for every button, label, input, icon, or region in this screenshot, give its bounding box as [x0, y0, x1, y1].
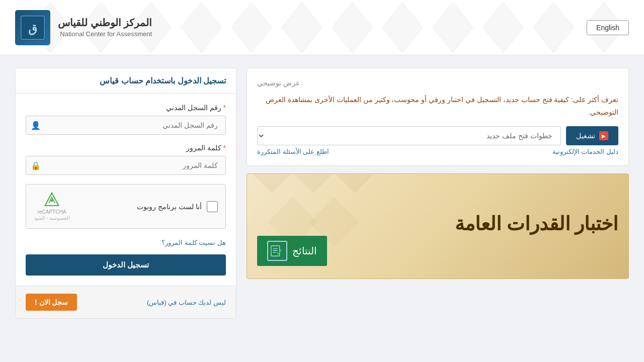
id-field-group: * رقم السجل المدني 👤: [26, 104, 226, 135]
left-panel: عرض توضيحي تعرف أكثر على: كيفية فتح حساب…: [247, 68, 629, 319]
user-icon: 👤: [31, 121, 41, 130]
banner-green-text: النتائج: [292, 245, 317, 257]
banner-arabic-text: اختبار القدرات العامة: [455, 213, 618, 236]
play-button[interactable]: ▶ تشغيل: [566, 126, 618, 145]
svg-marker-9: [483, 3, 523, 53]
banner: اختبار القدرات العامة النتائج: [247, 173, 629, 279]
svg-marker-10: [533, 3, 574, 53]
svg-marker-5: [282, 3, 322, 53]
action-row: ▶ تشغيل خطوات فتح ملف جديد: [257, 126, 618, 145]
login-header: تسجيل الدخول باستخدام حساب قياس: [16, 68, 236, 94]
login-body: * رقم السجل المدني 👤 * كلمة المرور: [16, 94, 236, 286]
logo-section: المركز الوطني للقياس National Center for…: [15, 10, 152, 45]
svg-marker-19: [247, 174, 297, 193]
id-input[interactable]: [26, 116, 226, 135]
faq-link[interactable]: اطلع على الأسئلة المتكررة: [257, 148, 329, 155]
info-box-header: عرض توضيحي: [257, 78, 618, 87]
recaptcha-widget: أنا لست برنامج روبوت reCAPTCHA الخصوصية …: [26, 184, 226, 229]
youtube-icon: ▶: [599, 131, 608, 140]
svg-marker-3: [181, 3, 221, 53]
lock-icon: 🔒: [31, 161, 41, 170]
logo-arabic-name: المركز الوطني للقياس: [58, 16, 152, 30]
recaptcha-links-text: الخصوصية - الشود: [34, 216, 70, 221]
password-required: *: [223, 144, 226, 152]
register-now-button[interactable]: سجل الان !: [26, 294, 77, 311]
password-label: * كلمة المرور: [26, 144, 226, 152]
login-box: تسجيل الدخول باستخدام حساب قياس * رقم ال…: [15, 68, 236, 319]
results-icon: [267, 241, 287, 261]
main-content: عرض توضيحي تعرف أكثر على: كيفية فتح حساب…: [0, 55, 644, 331]
recaptcha-left: أنا لست برنامج روبوت: [137, 201, 218, 212]
recaptcha-right: reCAPTCHA الخصوصية - الشود: [34, 192, 70, 221]
password-label-text: كلمة المرور: [186, 144, 221, 152]
play-label: تشغيل: [576, 132, 595, 140]
forgot-password-link[interactable]: هل نسيت كلمة المرور؟: [162, 239, 226, 246]
svg-point-24: [50, 199, 53, 202]
password-field-group: * كلمة المرور 🔒: [26, 144, 226, 175]
login-title: تسجيل الدخول باستخدام حساب قياس: [100, 76, 226, 85]
svg-marker-8: [433, 3, 473, 53]
header: English المركز الوطني للقياس National Ce…: [0, 0, 644, 55]
svg-marker-7: [382, 3, 423, 53]
login-submit-button[interactable]: تسجيل الدخول: [26, 254, 226, 276]
svg-marker-20: [288, 174, 338, 193]
demo-label: عرض توضيحي: [257, 79, 300, 87]
banner-green-box: النتائج: [257, 236, 327, 266]
svg-marker-6: [332, 3, 372, 53]
captcha-label: أنا لست برنامج روبوت: [137, 203, 202, 211]
captcha-checkbox[interactable]: [207, 201, 218, 212]
svg-text:ق: ق: [28, 22, 37, 35]
recaptcha-brand-text: reCAPTCHA: [38, 209, 66, 215]
info-box: عرض توضيحي تعرف أكثر على: كيفية فتح حساب…: [247, 68, 629, 166]
password-input[interactable]: [26, 156, 226, 175]
guide-link[interactable]: دليل الخدمات الإلكترونية: [552, 148, 618, 155]
password-input-wrapper: 🔒: [26, 156, 226, 175]
logo-text: المركز الوطني للقياس National Center for…: [58, 16, 152, 39]
id-label: * رقم السجل المدني: [26, 104, 226, 112]
links-row: دليل الخدمات الإلكترونية اطلع على الأسئل…: [257, 148, 618, 155]
no-account-link[interactable]: ليس لديك حساب في (قياس): [147, 299, 226, 306]
id-input-wrapper: 👤: [26, 116, 226, 135]
svg-marker-21: [330, 174, 380, 193]
id-label-text: رقم السجل المدني: [166, 104, 221, 112]
english-button[interactable]: English: [587, 20, 629, 35]
right-panel: تسجيل الدخول باستخدام حساب قياس * رقم ال…: [15, 68, 236, 319]
logo-english-name: National Center for Assessment: [58, 30, 152, 39]
svg-marker-4: [231, 3, 272, 53]
info-text: تعرف أكثر على: كيفية فتح حساب جديد، التس…: [257, 94, 618, 119]
logo-icon: ق: [15, 10, 50, 45]
steps-dropdown[interactable]: خطوات فتح ملف جديد: [257, 126, 561, 145]
login-footer: ليس لديك حساب في (قياس) سجل الان !: [16, 286, 236, 318]
recaptcha-logo-icon: [44, 192, 60, 208]
id-required: *: [223, 104, 226, 112]
forgot-password-section: هل نسيت كلمة المرور؟: [26, 238, 226, 247]
